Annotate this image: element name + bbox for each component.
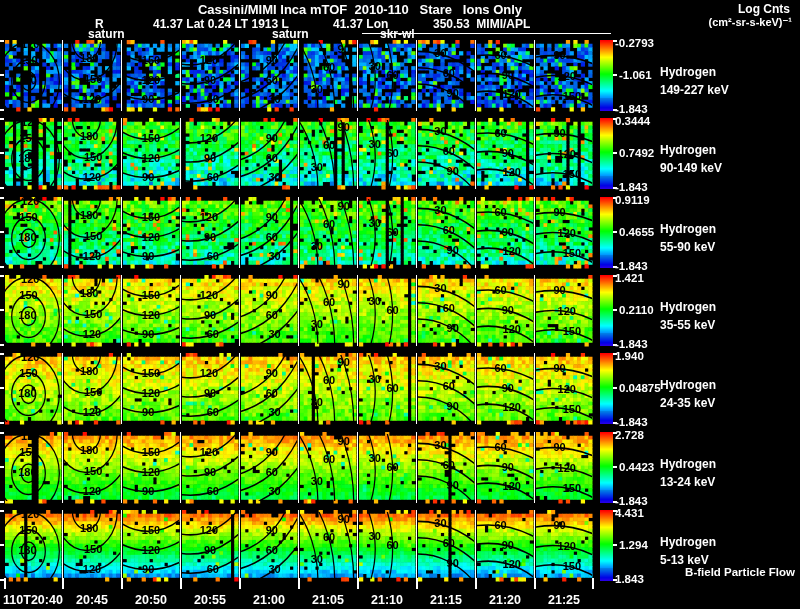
time-tick-label: 21:05: [312, 593, 344, 607]
colorbar-min-label: -1.843: [615, 103, 685, 115]
energy-range-label: 90-149 keV: [660, 161, 722, 175]
plot-title: Cassini/MIMI Inca mTOF 2010-110 Stare Io…: [40, 3, 680, 17]
mimi-inca-display: Cassini/MIMI Inca mTOF 2010-110 Stare Io…: [0, 0, 800, 609]
species-label: Hydrogen: [660, 457, 716, 471]
species-label: Hydrogen: [660, 300, 716, 314]
colorbar-max-label: 4.431: [615, 507, 685, 519]
energy-range-label: 5-13 keV: [660, 553, 709, 567]
colorbar-min-label: -1.843: [615, 495, 685, 507]
time-tick-label: 21:00: [253, 593, 285, 607]
colorbar-units-title: Log Cnts: [738, 3, 790, 16]
bfield-flow-note: B-field Particle Flow: [685, 566, 795, 578]
colorbar-max-label: 0.3444: [615, 115, 685, 127]
colorbar-max-label: 1.421: [615, 272, 685, 284]
ephemeris-lat-lt-l: 41.37 Lat 0.24 LT 1913 L: [153, 18, 289, 31]
species-label: Hydrogen: [660, 65, 716, 79]
ephemeris-source: 350.53 MIMI/APL: [433, 18, 530, 31]
colorbar-min-label: 1.843: [615, 573, 685, 585]
time-tick-label: 20:45: [76, 593, 108, 607]
colorbar-units: (cm²-sr-s-keV)⁻¹: [709, 17, 792, 29]
time-tick-label: 20:55: [194, 593, 226, 607]
time-tick-label: 20:50: [135, 593, 167, 607]
species-label: Hydrogen: [660, 535, 716, 549]
energy-range-label: 24-35 keV: [660, 396, 715, 410]
event-label-saturn: saturn: [272, 28, 309, 41]
energy-range-label: 55-90 keV: [660, 240, 715, 254]
colorbar-max-label: 2.728: [615, 429, 685, 441]
colorbar-min-label: -1.843: [615, 338, 685, 350]
energy-range-label: 35-55 keV: [660, 318, 715, 332]
energy-range-label: 13-24 keV: [660, 475, 715, 489]
colorbar-min-label: -1.843: [615, 416, 685, 428]
colorbar-min-label: -1.843: [615, 181, 685, 193]
event-label-saturn: saturn: [88, 28, 125, 41]
colorbar-max-label: 0.9119: [615, 194, 685, 206]
time-tick-label: 21:20: [489, 593, 521, 607]
colorbar-max-label: -0.2793: [615, 37, 685, 49]
time-tick-label: 21:10: [371, 593, 403, 607]
energy-range-label: 149-227 keV: [660, 83, 729, 97]
event-label-skr-wl: skr-wl: [380, 28, 415, 41]
colorbar-min-label: -1.843: [615, 260, 685, 272]
species-label: Hydrogen: [660, 222, 716, 236]
species-label: Hydrogen: [660, 378, 716, 392]
time-tick-label: 110T20:40: [3, 593, 63, 607]
time-tick-label: 21:25: [548, 593, 580, 607]
colorbar-max-label: 1.940: [615, 350, 685, 362]
time-tick-label: 21:15: [430, 593, 462, 607]
species-label: Hydrogen: [660, 143, 716, 157]
